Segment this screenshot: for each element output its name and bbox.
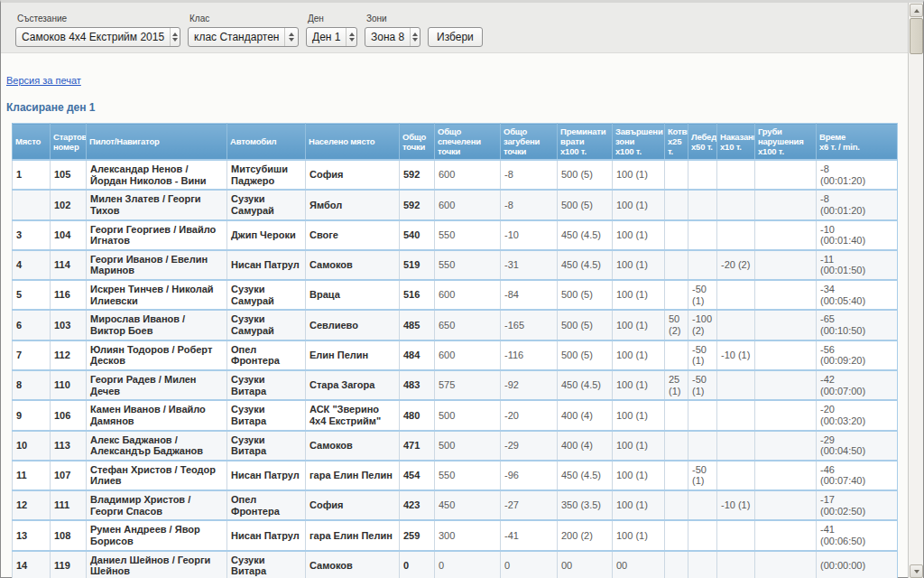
- cell-violations: [755, 370, 817, 400]
- cell-pilot-navigator: Мирослав Иванов / Виктор Боев: [87, 310, 227, 340]
- cell-total-lost: -20: [501, 400, 558, 430]
- print-version-link[interactable]: Версия за печат: [6, 75, 81, 86]
- cell-start-number: 111: [51, 490, 87, 520]
- cell-zones: 100 (1): [613, 280, 665, 310]
- day-select[interactable]: Ден 1: [306, 27, 357, 47]
- cell-total-won: 550: [435, 461, 501, 490]
- cell-violations: [755, 310, 817, 340]
- cell-time: -11 (00:01:50): [817, 250, 898, 280]
- cell-zones: 100 (1): [613, 400, 665, 430]
- cell-time: -10 (00:01:40): [817, 220, 898, 250]
- cell-time: -46 (00:07:40): [817, 461, 898, 490]
- cell-start-number: 103: [51, 310, 87, 340]
- cell-gates: 450 (4.5): [558, 461, 613, 490]
- dropdown-stepper-icon: [284, 28, 298, 46]
- cell-total-lost: -8: [501, 190, 558, 219]
- cell-town: Своге: [306, 220, 400, 250]
- scrollbar[interactable]: [908, 3, 923, 578]
- results-page: СъстезаниеСамоков 4x4 Екстрийм 2015Класк…: [0, 0, 924, 578]
- cell-total-lost: 0: [501, 551, 558, 578]
- cell-town: Севлиево: [306, 310, 400, 340]
- competition-select-value: Самоков 4x4 Екстрийм 2015: [22, 31, 164, 43]
- cell-penalties: [717, 190, 755, 219]
- table-row: 4114Георги Иванов / Евелин МариновНисан …: [13, 250, 898, 280]
- cell-violations: [755, 461, 817, 490]
- cell-gates: 450 (4.5): [558, 370, 613, 400]
- cell-violations: [755, 160, 817, 190]
- cell-town: гара Елин Пелин: [306, 461, 400, 490]
- cell-anchors: [665, 190, 688, 219]
- select-button[interactable]: Избери: [428, 27, 483, 47]
- cell-pilot-navigator: Румен Андреев / Явор Борисов: [87, 520, 227, 550]
- competition-select[interactable]: Самоков 4x4 Екстрийм 2015: [15, 27, 180, 47]
- cell-zones: 100 (1): [613, 160, 665, 190]
- column-header-total-points: Общо точки: [400, 124, 435, 161]
- cell-penalties: -10 (1): [717, 340, 755, 370]
- table-header-row: МястоСтартов номерПилот/НавигаторАвтомоб…: [13, 124, 898, 161]
- cell-violations: [755, 340, 817, 370]
- column-header-pilot-navigator: Пилот/Навигатор: [87, 124, 227, 161]
- cell-winches: [688, 400, 717, 430]
- scroll-down-button[interactable]: [910, 564, 923, 578]
- cell-total-won: 600: [435, 340, 501, 370]
- cell-town: София: [306, 160, 400, 190]
- table-row: 12111Владимир Христов / Георги СпасовОпе…: [13, 490, 898, 520]
- day-label: Ден: [308, 14, 357, 23]
- cell-town: Враца: [306, 280, 400, 310]
- cell-winches: [688, 190, 717, 219]
- cell-total-points: 471: [400, 431, 435, 461]
- cell-start-number: 110: [51, 370, 87, 400]
- cell-start-number: 116: [51, 280, 87, 310]
- cell-total-won: 450: [435, 490, 501, 520]
- day-field: ДенДен 1: [306, 12, 357, 47]
- cell-penalties: [717, 551, 755, 578]
- cell-anchors: [665, 400, 688, 430]
- table-row: 3104Георги Георгиев / Ивайло ИгнатовДжип…: [13, 220, 898, 250]
- cell-zones: 100 (1): [613, 190, 665, 219]
- cell-zones: 100 (1): [613, 220, 665, 250]
- cell-time: -65 (00:10:50): [817, 310, 898, 340]
- zone-select[interactable]: Зона 8: [365, 27, 420, 47]
- cell-start-number: 113: [51, 431, 87, 461]
- cell-winches: [688, 160, 717, 190]
- cell-anchors: [665, 220, 688, 250]
- cell-town: гара Елин Пелин: [306, 520, 400, 550]
- cell-penalties: -20 (2): [717, 250, 755, 280]
- cell-violations: [755, 250, 817, 280]
- table-row: 5116Искрен Тинчев / Николай ИлиевскиСузу…: [13, 280, 898, 310]
- cell-penalties: [717, 520, 755, 550]
- cell-zones: 100 (1): [613, 340, 665, 370]
- cell-penalties: [717, 431, 755, 461]
- class-select[interactable]: клас Стандартен: [188, 27, 299, 47]
- cell-winches: [688, 220, 717, 250]
- cell-anchors: [665, 250, 688, 280]
- zone-label: Зони: [366, 14, 420, 23]
- cell-total-points: 540: [400, 220, 435, 250]
- cell-pilot-navigator: Юлиян Тодоров / Роберт Десков: [87, 340, 227, 370]
- cell-gates: 500 (5): [558, 190, 613, 219]
- cell-anchors: [665, 461, 688, 490]
- table-row: 1105Александар Ненов / Йордан Николов - …: [13, 160, 898, 190]
- table-row: 6103Мирослав Иванов / Виктор БоевСузуки …: [13, 310, 898, 340]
- cell-place: 6: [13, 310, 51, 340]
- cell-town: София: [306, 490, 400, 520]
- day-select-value: Ден 1: [312, 31, 340, 43]
- table-row: 10113Алекс Баджанов / Александър Баджано…: [13, 431, 898, 461]
- cell-total-points: 592: [400, 160, 435, 190]
- cell-car: Сузуки Самурай: [227, 280, 306, 310]
- cell-car: Сузуки Самурай: [227, 310, 306, 340]
- class-label: Клас: [189, 14, 299, 23]
- scroll-up-button[interactable]: [910, 4, 923, 17]
- scrollbar-thumb[interactable]: [910, 18, 923, 54]
- cell-car: Нисан Патрул: [227, 250, 306, 280]
- cell-gates: 500 (5): [558, 310, 613, 340]
- cell-penalties: [717, 370, 755, 400]
- cell-start-number: 102: [51, 190, 87, 219]
- cell-violations: [755, 190, 817, 219]
- cell-total-won: 300: [435, 520, 501, 550]
- cell-time: -56 (00:09:20): [817, 340, 898, 370]
- cell-total-won: 600: [435, 280, 501, 310]
- cell-car: Опел Фронтера: [227, 490, 306, 520]
- cell-town: Самоков: [306, 250, 400, 280]
- column-header-violations: Груби нарушения x100 т.: [755, 124, 817, 161]
